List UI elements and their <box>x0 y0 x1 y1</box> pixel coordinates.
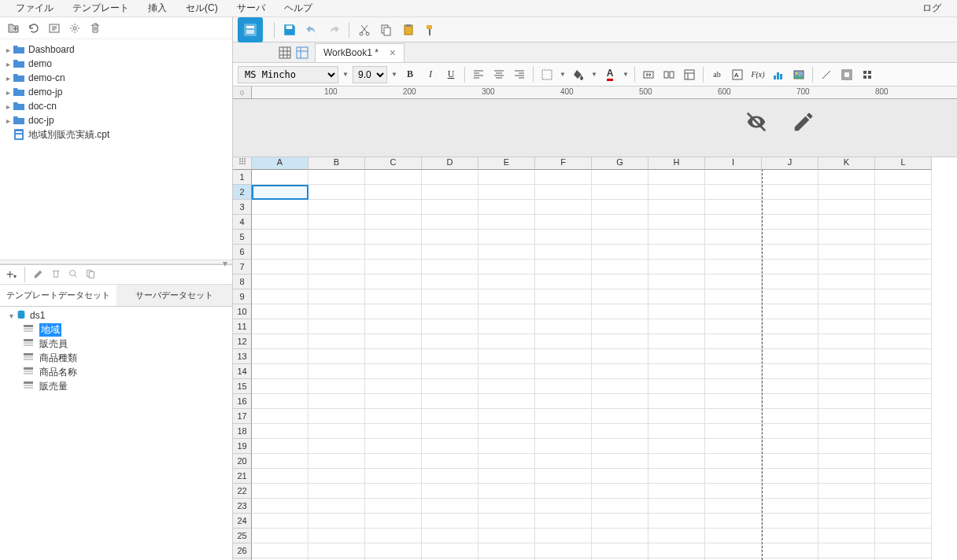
cell[interactable] <box>479 394 535 409</box>
font-color-button[interactable]: A <box>601 66 619 83</box>
align-left-button[interactable] <box>470 66 487 83</box>
cell[interactable] <box>422 529 479 543</box>
cell[interactable] <box>818 260 875 274</box>
cell[interactable] <box>422 334 479 349</box>
cell[interactable] <box>762 409 818 424</box>
cell[interactable] <box>535 274 592 289</box>
cell[interactable] <box>422 409 479 424</box>
cell[interactable] <box>309 170 365 185</box>
cell[interactable] <box>479 274 535 289</box>
cell[interactable] <box>648 379 705 394</box>
format-painter-button[interactable] <box>422 21 439 39</box>
cell[interactable] <box>875 200 932 215</box>
cell[interactable] <box>818 185 875 200</box>
column-header[interactable]: I <box>705 157 762 170</box>
hide-icon[interactable] <box>745 110 768 136</box>
cell[interactable] <box>309 484 365 499</box>
cell[interactable] <box>252 529 309 543</box>
cell[interactable] <box>762 379 818 394</box>
cell[interactable] <box>479 514 535 529</box>
column-header[interactable]: K <box>818 157 875 170</box>
row-header[interactable]: 7 <box>233 260 252 274</box>
cell[interactable] <box>592 245 648 260</box>
cell[interactable] <box>762 185 818 200</box>
cell[interactable] <box>705 529 762 543</box>
new-folder-icon[interactable] <box>6 21 20 35</box>
cell[interactable] <box>365 304 422 319</box>
cell[interactable] <box>648 394 705 409</box>
cell[interactable] <box>592 349 648 364</box>
cell[interactable] <box>365 170 422 185</box>
cell[interactable] <box>535 484 592 499</box>
cell[interactable] <box>705 379 762 394</box>
cell[interactable] <box>818 319 875 334</box>
cell[interactable] <box>309 319 365 334</box>
cell[interactable] <box>422 230 479 245</box>
formula-button[interactable]: F(x) <box>749 66 767 83</box>
cell[interactable] <box>365 424 422 439</box>
cell[interactable] <box>422 454 479 469</box>
cell[interactable] <box>875 230 932 245</box>
menu-file[interactable]: ファイル <box>6 0 63 17</box>
row-header[interactable]: 6 <box>233 245 252 260</box>
cell[interactable] <box>422 364 479 379</box>
cell[interactable] <box>705 334 762 349</box>
cell[interactable] <box>592 424 648 439</box>
row-header[interactable]: 22 <box>233 484 252 499</box>
save-button[interactable] <box>281 21 298 39</box>
cell[interactable] <box>762 200 818 215</box>
cell[interactable] <box>875 379 932 394</box>
cell[interactable] <box>365 319 422 334</box>
cell[interactable] <box>592 439 648 454</box>
cell[interactable] <box>422 245 479 260</box>
cell[interactable] <box>479 379 535 394</box>
cell[interactable] <box>309 469 365 484</box>
fill-color-button[interactable] <box>570 66 587 83</box>
size-dd-icon[interactable]: ▼ <box>390 71 398 78</box>
menu-server[interactable]: サーバ <box>227 0 275 17</box>
row-header[interactable]: 20 <box>233 454 252 469</box>
cell[interactable] <box>818 230 875 245</box>
cell[interactable] <box>309 514 365 529</box>
cell[interactable] <box>422 170 479 185</box>
cell[interactable] <box>648 529 705 543</box>
cell[interactable] <box>535 424 592 439</box>
cell[interactable] <box>365 499 422 514</box>
cell[interactable] <box>648 260 705 274</box>
cell[interactable] <box>365 364 422 379</box>
cell[interactable] <box>252 499 309 514</box>
cell[interactable] <box>762 454 818 469</box>
row-header[interactable]: 15 <box>233 379 252 394</box>
cell[interactable] <box>535 543 592 558</box>
cell[interactable] <box>422 215 479 230</box>
cell[interactable] <box>648 364 705 379</box>
cell[interactable] <box>252 514 309 529</box>
chevron-right-icon[interactable]: ▸ <box>3 102 13 111</box>
cell[interactable] <box>479 484 535 499</box>
cell[interactable] <box>762 349 818 364</box>
cell[interactable] <box>422 394 479 409</box>
cell[interactable] <box>479 364 535 379</box>
cell[interactable] <box>252 334 309 349</box>
widget-button[interactable] <box>859 66 876 83</box>
cell[interactable] <box>309 304 365 319</box>
cell[interactable] <box>535 304 592 319</box>
underline-button[interactable]: U <box>442 66 460 83</box>
cell[interactable] <box>365 484 422 499</box>
cell[interactable] <box>705 484 762 499</box>
cell[interactable] <box>818 469 875 484</box>
cell[interactable] <box>365 260 422 274</box>
row-header[interactable]: 10 <box>233 304 252 319</box>
row-header[interactable]: 19 <box>233 439 252 454</box>
cell[interactable] <box>705 230 762 245</box>
cell[interactable] <box>422 379 479 394</box>
cell[interactable] <box>875 185 932 200</box>
grid-view2-icon[interactable] <box>294 45 310 61</box>
cell[interactable] <box>365 543 422 558</box>
cell[interactable] <box>592 514 648 529</box>
cell[interactable] <box>705 439 762 454</box>
menu-cell[interactable]: セル(C) <box>176 0 227 17</box>
font-select[interactable]: MS Mincho <box>238 66 338 83</box>
border-button[interactable] <box>538 66 556 83</box>
cell[interactable] <box>592 230 648 245</box>
